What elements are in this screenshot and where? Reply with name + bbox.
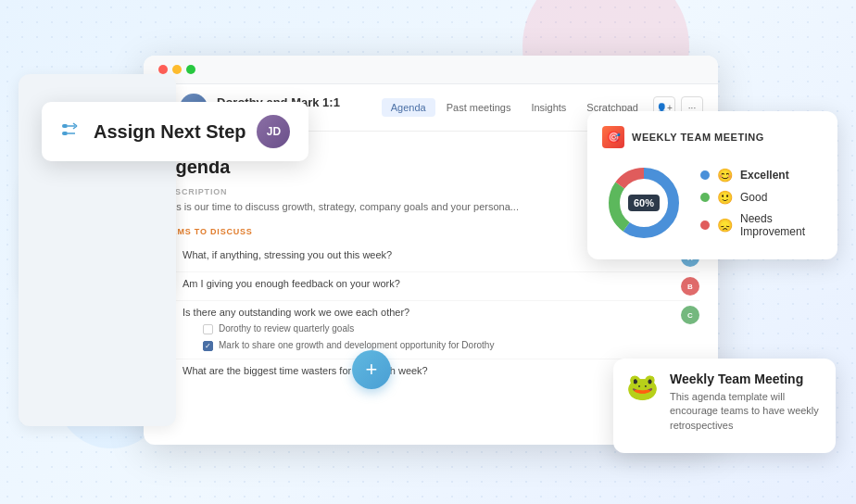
tab-insights[interactable]: Insights <box>522 98 575 117</box>
sub-item-2: ✓ Mark to share one growth and developme… <box>183 337 673 354</box>
chart-legend: 😊 Excellent 🙂 Good 😞 Needs Improvement <box>700 168 823 238</box>
legend-dot-good <box>700 193 710 202</box>
donut-percentage-label: 60% <box>628 195 660 211</box>
assign-label: Assign Next Step <box>94 121 245 143</box>
svg-rect-1 <box>62 132 68 135</box>
item-text-4: What are the biggest time wasters for yo… <box>183 364 673 378</box>
item2-avatar: B <box>681 277 699 296</box>
minimize-dot <box>172 65 182 74</box>
close-dot <box>158 65 168 74</box>
assign-next-step-card: Assign Next Step JD <box>42 102 308 161</box>
window-controls <box>158 65 195 74</box>
logo-emoji: 🎯 <box>607 131 621 144</box>
weekly-meeting-card: 🎯 WEEKLY TEAM MEETING 60% 😊 Exce <box>587 111 837 259</box>
maximize-dot <box>186 65 195 74</box>
assign-avatar: JD <box>257 115 290 148</box>
needs-improvement-emoji: 😞 <box>717 218 733 233</box>
needs-improvement-label: Needs Improvement <box>740 212 823 238</box>
legend-dot-excellent <box>700 170 710 180</box>
sub-item-1: Dorothy to review quarterly goals <box>183 321 673 337</box>
weekly-card-title: WEEKLY TEAM MEETING <box>632 132 764 143</box>
sub-item-text-2: Mark to share one growth and development… <box>219 340 494 350</box>
sub-item-text-1: Dorothy to review quarterly goals <box>219 323 354 334</box>
template-name: Weekly Team Meeting <box>670 372 823 386</box>
item-text-3: Is there any outstanding work we owe eac… <box>183 307 409 318</box>
legend-needs-improvement: 😞 Needs Improvement <box>700 212 823 238</box>
weekly-card-header: 🎯 WEEKLY TEAM MEETING <box>602 126 823 148</box>
excellent-label: Excellent <box>740 169 789 182</box>
good-emoji: 🙂 <box>717 190 733 205</box>
tab-past-meetings[interactable]: Past meetings <box>437 98 521 117</box>
legend-good: 🙂 Good <box>700 190 823 205</box>
item3-content: Is there any outstanding work we owe eac… <box>183 306 673 353</box>
item-text-2: Am I giving you enough feedback on your … <box>183 277 673 291</box>
donut-chart: 60% <box>602 161 686 245</box>
template-card-header: 🐸 Weekly Team Meeting This agenda templa… <box>626 372 823 433</box>
excellent-emoji: 😊 <box>717 168 733 183</box>
item3-avatar: C <box>681 306 699 324</box>
browser-chrome <box>144 56 718 84</box>
tab-agenda[interactable]: Agenda <box>382 98 435 117</box>
add-button[interactable]: + <box>352 350 391 389</box>
assign-icon <box>60 119 82 145</box>
template-emoji-icon: 🐸 <box>626 372 659 402</box>
template-card: 🐸 Weekly Team Meeting This agenda templa… <box>613 359 836 453</box>
weekly-card-logo: 🎯 <box>602 126 624 148</box>
legend-dot-needs-improvement <box>700 220 710 230</box>
agenda-item-2: Am I giving you enough feedback on your … <box>162 272 699 301</box>
template-desc: This agenda template will encourage team… <box>670 390 823 433</box>
agenda-item-3: Is there any outstanding work we owe eac… <box>162 301 699 359</box>
chart-area: 60% 😊 Excellent 🙂 Good 😞 Needs Improveme… <box>602 161 823 245</box>
legend-excellent: 😊 Excellent <box>700 168 823 183</box>
sub-checkbox-1[interactable] <box>203 324 213 334</box>
template-info: Weekly Team Meeting This agenda template… <box>670 372 823 433</box>
svg-rect-0 <box>62 124 68 128</box>
good-label: Good <box>740 191 767 204</box>
sub-checkbox-2-checked[interactable]: ✓ <box>203 341 213 351</box>
